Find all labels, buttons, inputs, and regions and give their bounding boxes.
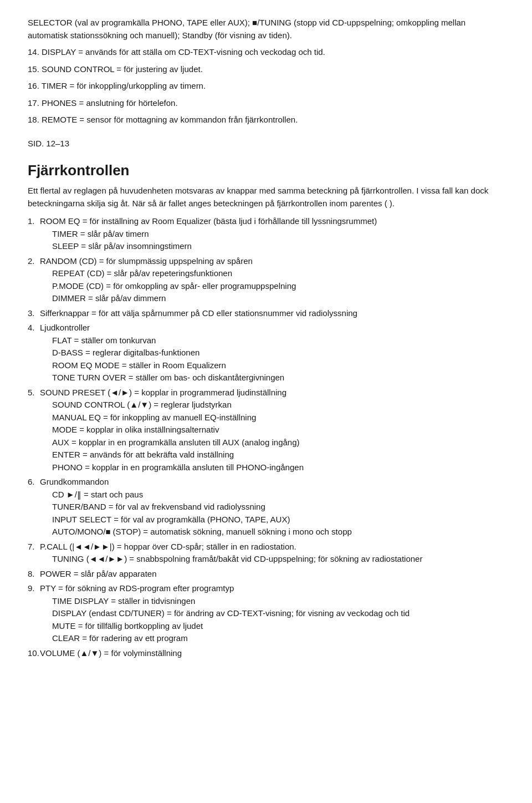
intro-para-3: 16. TIMER = för inkoppling/urkoppling av… xyxy=(28,80,504,93)
intro-para-0: SELECTOR (val av programkälla PHONO, TAP… xyxy=(28,17,504,42)
item-num: 9. xyxy=(28,582,40,595)
list-item: 8. POWER = slår på/av apparaten xyxy=(28,568,504,581)
intro-para-5: 18. REMOTE = sensor för mottagning av ko… xyxy=(28,114,504,126)
item-line: TUNER/BAND = för val av frekvensband vid… xyxy=(40,501,504,514)
item-line: ROOM EQ = för inställning av Room Equali… xyxy=(40,216,377,226)
sid-label: SID. 12–13 xyxy=(28,138,504,150)
item-line: P.CALL (|◄◄/►►|) = hoppar över CD-spår; … xyxy=(40,542,296,551)
item-line: TIMER = slår på/av timern xyxy=(40,228,504,241)
item-line: REPEAT (CD) = slår på/av repeteringsfunk… xyxy=(40,267,504,280)
page-content: SELECTOR (val av programkälla PHONO, TAP… xyxy=(28,17,504,659)
item-line: VOLUME (▲/▼) = för volyminställning xyxy=(40,648,182,658)
item-content: ROOM EQ = för inställning av Room Equali… xyxy=(40,215,504,253)
item-line: SOUND CONTROL (▲/▼) = reglerar ljudstyrk… xyxy=(40,399,504,411)
list-item: 9. PTY = för sökning av RDS-program efte… xyxy=(28,582,504,645)
item-content: Grundkommandon CD ►/‖ = start och paus T… xyxy=(40,476,504,538)
list-item: 7. P.CALL (|◄◄/►►|) = hoppar över CD-spå… xyxy=(28,541,504,566)
items-list: 1. ROOM EQ = för inställning av Room Equ… xyxy=(28,215,504,659)
item-num: 4. xyxy=(28,322,40,334)
item-line: AUTO/MONO/■ (STOP) = automatisk sökning,… xyxy=(40,526,504,538)
item-line: FLAT = ställer om tonkurvan xyxy=(40,334,504,347)
item-num: 3. xyxy=(28,307,40,320)
item-content: Sifferknappar = för att välja spårnummer… xyxy=(40,307,504,320)
item-content: VOLUME (▲/▼) = för volyminställning xyxy=(40,647,504,660)
fjärr-section: SID. 12–13 Fjärrkontrollen Ett flertal a… xyxy=(28,138,504,660)
item-line: AUX = kopplar in en programkälla anslute… xyxy=(40,436,504,449)
item-line: MODE = kopplar in olika inställningsalte… xyxy=(40,424,504,436)
list-item: 5. SOUND PRESET (◄/►) = kopplar in progr… xyxy=(28,387,504,474)
item-content: PTY = för sökning av RDS-program efter p… xyxy=(40,582,504,645)
fjärr-intro: Ett flertal av reglagen på huvudenheten … xyxy=(28,185,504,210)
item-line: PTY = för sökning av RDS-program efter p… xyxy=(40,583,234,593)
item-content: Ljudkontroller FLAT = ställer om tonkurv… xyxy=(40,322,504,384)
item-line: Sifferknappar = för att välja spårnummer… xyxy=(40,308,357,318)
item-line: SOUND PRESET (◄/►) = kopplar in programm… xyxy=(40,388,287,397)
item-num: 1. xyxy=(28,215,40,228)
list-item: 1. ROOM EQ = för inställning av Room Equ… xyxy=(28,215,504,253)
item-num: 7. xyxy=(28,541,40,553)
item-num: 5. xyxy=(28,387,40,399)
list-item: 6. Grundkommandon CD ►/‖ = start och pau… xyxy=(28,476,504,538)
item-content: RANDOM (CD) = för slumpmässig uppspelnin… xyxy=(40,255,504,305)
section-heading: Fjärrkontrollen xyxy=(28,160,504,181)
list-item: 3. Sifferknappar = för att välja spårnum… xyxy=(28,307,504,320)
list-item: 4. Ljudkontroller FLAT = ställer om tonk… xyxy=(28,322,504,384)
item-line: INPUT SELECT = för val av programkälla (… xyxy=(40,514,504,526)
item-line: TUNING (◄◄/►►) = snabbspolning framåt/ba… xyxy=(40,553,504,566)
item-line: Grundkommandon xyxy=(40,477,109,486)
item-content: P.CALL (|◄◄/►►|) = hoppar över CD-spår; … xyxy=(40,541,504,566)
list-item: 2. RANDOM (CD) = för slumpmässig uppspel… xyxy=(28,255,504,305)
list-item: 10. VOLUME (▲/▼) = för volyminställning xyxy=(28,647,504,660)
intro-para-4: 17. PHONES = anslutning för hörtelefon. xyxy=(28,97,504,110)
item-line: TONE TURN OVER = ställer om bas- och dis… xyxy=(40,372,504,384)
item-line: CLEAR = för radering av ett program xyxy=(40,632,504,645)
item-line: P.MODE (CD) = för omkoppling av spår- el… xyxy=(40,280,504,293)
item-num: 10. xyxy=(28,647,40,660)
item-line: ENTER = används för att bekräfta vald in… xyxy=(40,449,504,461)
item-content: POWER = slår på/av apparaten xyxy=(40,568,504,581)
item-line: Ljudkontroller xyxy=(40,323,90,332)
item-num: 2. xyxy=(28,255,40,268)
intro-para-2: 15. SOUND CONTROL = för justering av lju… xyxy=(28,63,504,76)
item-line: MANUAL EQ = för inkoppling av manuell EQ… xyxy=(40,411,504,424)
item-line: POWER = slår på/av apparaten xyxy=(40,569,157,578)
item-line: DIMMER = slår på/av dimmern xyxy=(40,292,504,305)
item-line: PHONO = kopplar in en programkälla anslu… xyxy=(40,461,504,474)
item-line: SLEEP = slår på/av insomningstimern xyxy=(40,240,504,253)
intro-para-1: 14. DISPLAY = används för att ställa om … xyxy=(28,46,504,59)
item-content: SOUND PRESET (◄/►) = kopplar in programm… xyxy=(40,387,504,474)
intro-section: SELECTOR (val av programkälla PHONO, TAP… xyxy=(28,17,504,126)
item-line: MUTE = för tillfällig bortkoppling av lj… xyxy=(40,620,504,633)
item-line: D-BASS = reglerar digitalbas-funktionen xyxy=(40,347,504,359)
item-line: TIME DISPLAY = ställer in tidvisningen xyxy=(40,595,504,608)
item-line: CD ►/‖ = start och paus xyxy=(40,489,504,501)
item-line: RANDOM (CD) = för slumpmässig uppspelnin… xyxy=(40,256,253,266)
item-line: ROOM EQ MODE = ställer in Room Equalizer… xyxy=(40,359,504,372)
item-num: 6. xyxy=(28,476,40,489)
item-line: DISPLAY (endast CD/TUNER) = för ändring … xyxy=(40,607,504,620)
item-num: 8. xyxy=(28,568,40,581)
